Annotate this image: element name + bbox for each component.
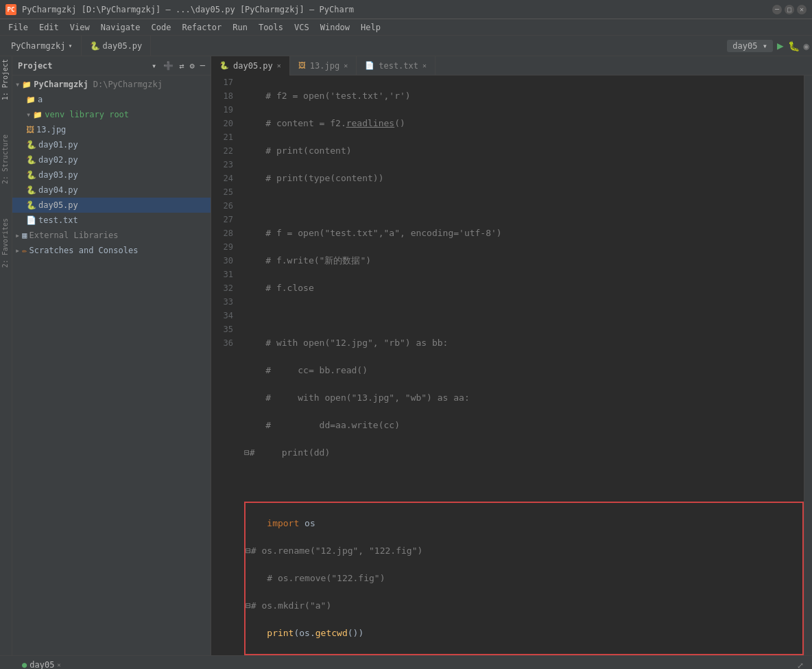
code-line-19: # print(content) xyxy=(244,144,804,158)
structure-panel-label[interactable]: 2: Structure xyxy=(0,132,12,187)
code-line-17: # f2 = open('test.txt','r') xyxy=(244,89,804,103)
tree-item-day03-label: day03.py xyxy=(38,170,78,180)
editor-tab-day05-label: day05.py xyxy=(233,61,273,71)
project-panel-header: Project ▾ ➕ ⇄ ⚙ ─ xyxy=(12,56,211,75)
menu-navigate[interactable]: Navigate xyxy=(95,21,146,34)
menu-help[interactable]: Help xyxy=(355,21,386,34)
favorites-panel-label[interactable]: 2: Favorites xyxy=(0,215,12,270)
py-file-icon: 🐍 xyxy=(90,41,100,51)
tree-item-day04[interactable]: 🐍 day04.py xyxy=(12,183,211,198)
expand-icon[interactable]: ⤢ xyxy=(791,661,809,670)
menu-view[interactable]: View xyxy=(64,21,95,34)
chevron-down-icon: ▾ xyxy=(68,42,72,49)
code-line-28: # with open("13.jpg", "wb") as aa: xyxy=(244,391,804,405)
py-file-icon: 🐍 xyxy=(26,185,36,195)
project-tab[interactable]: PyCharmgzkj ▾ xyxy=(3,36,82,56)
py-file-icon: 🐍 xyxy=(26,170,36,180)
menu-vcs[interactable]: VCS xyxy=(289,21,315,34)
code-line-20: # print(type(content)) xyxy=(244,172,804,185)
run-config-label: day05 xyxy=(732,41,757,51)
collapse-icon: ▾ xyxy=(15,80,20,89)
menu-refactor[interactable]: Refactor xyxy=(176,21,227,34)
project-panel-label[interactable]: 1: Project xyxy=(0,56,12,103)
run-config: day05 ▾ ▶ 🐛 ◉ xyxy=(727,39,809,52)
tree-item-venv-label: venv library root xyxy=(45,110,129,119)
minimize-panel-icon[interactable]: ─ xyxy=(200,61,205,71)
tree-item-day05-label: day05.py xyxy=(38,200,78,210)
tree-item-13jpg[interactable]: 🖼 13.jpg xyxy=(12,122,211,137)
menu-window[interactable]: Window xyxy=(315,21,355,34)
menu-file[interactable]: File xyxy=(3,21,34,34)
editor-tab-testtxt[interactable]: 📄 test.txt ✕ xyxy=(357,56,435,75)
menu-code[interactable]: Code xyxy=(146,21,177,34)
folder-icon: 📁 xyxy=(33,110,43,119)
close-run-tab-button[interactable]: ✕ xyxy=(57,661,60,668)
tree-root[interactable]: ▾ 📁 PyCharmgzkj D:\PyCharmgzkj xyxy=(12,77,211,92)
close-tab-testtxt-button[interactable]: ✕ xyxy=(422,62,427,69)
window-controls: ─ □ ✕ xyxy=(772,5,807,14)
run-button[interactable]: ▶ xyxy=(777,39,784,52)
code-content[interactable]: # f2 = open('test.txt','r') # content = … xyxy=(239,75,804,655)
scratch-icon: ✏ xyxy=(22,246,27,255)
file-tab[interactable]: 🐍 day05.py xyxy=(82,36,152,56)
close-tab-13jpg-button[interactable]: ✕ xyxy=(344,62,348,69)
py-file-icon: 🐍 xyxy=(219,61,229,70)
file-tab-label: day05.py xyxy=(103,41,143,51)
close-button[interactable]: ✕ xyxy=(797,5,807,14)
jpg-file-icon: 🖼 xyxy=(298,61,306,70)
sync-icon[interactable]: ⇄ xyxy=(179,61,184,71)
tree-item-day03[interactable]: 🐍 day03.py xyxy=(12,167,211,183)
code-line-21 xyxy=(244,199,804,213)
code-line-25 xyxy=(244,309,804,322)
tree-item-day02[interactable]: 🐍 day02.py xyxy=(12,152,211,167)
window-title: PyCharmgzkj [D:\PyCharmgzkj] – ...\day05… xyxy=(22,5,772,14)
titlebar: PC PyCharmgzkj [D:\PyCharmgzkj] – ...\da… xyxy=(0,0,812,19)
app-logo: PC xyxy=(5,4,16,15)
bottom-panel: ● day05 ✕ ⤢ ▶ ■ ≡ ↓ ⚙ 📌 🗑 D:\PyCharmgzkj… xyxy=(0,655,812,669)
code-line-30: ⊟# print(dd) xyxy=(244,446,804,460)
code-line-27: # cc= bb.read() xyxy=(244,364,804,377)
menu-tools[interactable]: Tools xyxy=(253,21,289,34)
run-config-name[interactable]: day05 ▾ xyxy=(727,40,773,52)
py-file-icon: 🐍 xyxy=(26,155,36,165)
tree-item-day04-label: day04.py xyxy=(38,185,78,195)
tree-item-day01[interactable]: 🐍 day01.py xyxy=(12,137,211,152)
tree-item-a[interactable]: 📁 a xyxy=(12,92,211,107)
menu-run[interactable]: Run xyxy=(227,21,253,34)
project-panel: Project ▾ ➕ ⇄ ⚙ ─ ▾ 📁 PyCharmgzkj D:\PyC… xyxy=(12,56,211,655)
debug-button[interactable]: 🐛 xyxy=(788,40,800,51)
collapse-icon: ▸ xyxy=(15,231,20,240)
tree-item-scratches[interactable]: ▸ ✏ Scratches and Consoles xyxy=(12,243,211,258)
tree-item-testtxt[interactable]: 📄 test.txt xyxy=(12,213,211,228)
project-label: Project xyxy=(18,61,149,71)
tree-item-day05[interactable]: 🐍 day05.py xyxy=(12,198,211,213)
tree-item-day02-label: day02.py xyxy=(38,155,78,165)
code-line-35: ⊟# os.mkdir("a") xyxy=(246,599,802,613)
highlighted-code-block: import os ⊟# os.rename("12.jpg", "122.fi… xyxy=(244,502,804,655)
tree-item-day01-label: day01.py xyxy=(38,140,78,150)
minimize-button[interactable]: ─ xyxy=(772,5,782,14)
editor-tab-day05[interactable]: 🐍 day05.py ✕ xyxy=(211,56,290,75)
menubar: File Edit View Navigate Code Refactor Ru… xyxy=(0,19,812,36)
coverage-button[interactable]: ◉ xyxy=(804,40,809,51)
code-editor[interactable]: 17 18 19 20 21 22 23 24 25 26 27 28 29 3… xyxy=(211,75,812,655)
bottom-tab-run[interactable]: ● day05 ✕ xyxy=(15,656,68,670)
tree-root-path: D:\PyCharmgzkj xyxy=(93,80,163,89)
gear-icon[interactable]: ⚙ xyxy=(190,61,195,71)
txt-file-icon: 📄 xyxy=(365,61,374,70)
project-tree: ▾ 📁 PyCharmgzkj D:\PyCharmgzkj 📁 a ▾ 📁 v… xyxy=(12,75,211,655)
tree-item-venv[interactable]: ▾ 📁 venv library root xyxy=(12,107,211,122)
editor-right-gutter xyxy=(804,75,812,655)
py-file-icon: 🐍 xyxy=(26,140,36,150)
menu-edit[interactable]: Edit xyxy=(34,21,64,34)
code-line-31 xyxy=(244,473,804,487)
editor-tabs: 🐍 day05.py ✕ 🖼 13.jpg ✕ 📄 test.txt ✕ xyxy=(211,56,812,75)
editor-tab-13jpg[interactable]: 🖼 13.jpg ✕ xyxy=(290,56,357,75)
tree-item-testtxt-label: test.txt xyxy=(38,215,78,225)
tree-item-external-libs[interactable]: ▸ ▦ External Libraries xyxy=(12,228,211,243)
tree-item-a-label: a xyxy=(38,95,43,104)
code-line-36: print(os.getcwd()) xyxy=(246,626,802,640)
add-icon[interactable]: ➕ xyxy=(163,61,174,71)
maximize-button[interactable]: □ xyxy=(785,5,794,14)
close-tab-day05-button[interactable]: ✕ xyxy=(277,62,281,69)
